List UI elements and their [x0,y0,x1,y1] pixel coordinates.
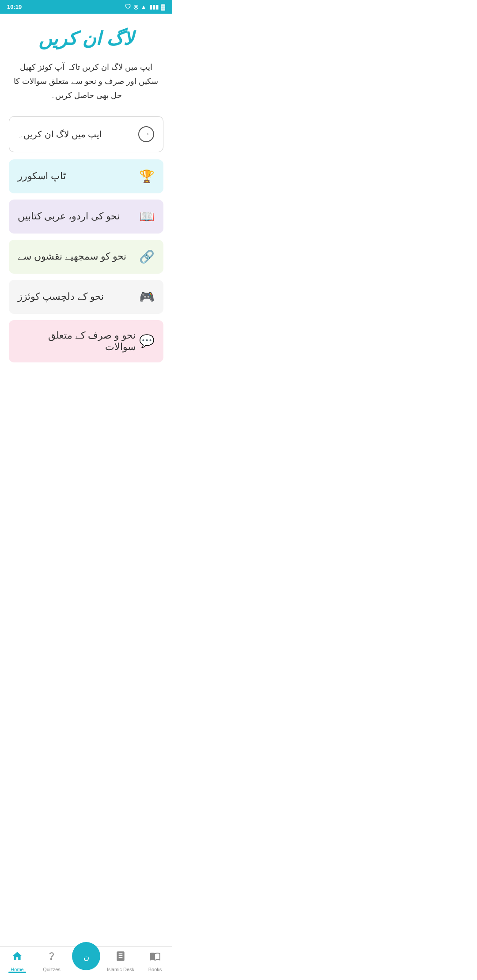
feature-cards: 🏆 ٹاپ اسکورر 📖 نحو کی اردو، عربی کتابیں … [9,159,163,362]
page-title: لاگ ان کریں [9,27,163,51]
shield-icon: 🛡 [125,4,131,10]
status-time: 10:19 [7,4,22,10]
login-button-label: ایپ میں لاگ ان کریں۔ [18,129,102,139]
main-content: لاگ ان کریں ایپ میں لاگ ان کریں تاکہ آپ … [0,14,172,413]
quizzes-card[interactable]: 🎮 نحو کے دلچسپ کوئزز [9,280,163,314]
face-id-icon: ◎ [133,4,138,10]
trophy-icon: 🏆 [139,169,155,184]
battery-icon: ▓ [161,4,165,10]
quiz-icon: 🎮 [139,290,155,304]
books-label: نحو کی اردو، عربی کتابیں [18,211,120,222]
arrow-icon: → [138,126,154,142]
login-button[interactable]: → ایپ میں لاگ ان کریں۔ [9,116,163,152]
questions-card[interactable]: 💬 نحو و صرف کے متعلق سوالات [9,320,163,362]
diagram-icon: 🔗 [139,249,155,264]
chat-icon: 💬 [139,334,155,348]
signal-icon: ▮▮▮ [149,4,159,10]
quizzes-label: نحو کے دلچسپ کوئزز [18,291,104,302]
diagrams-card[interactable]: 🔗 نحو کو سمجھیے نقشوں سے [9,240,163,274]
diagrams-label: نحو کو سمجھیے نقشوں سے [18,251,126,262]
books-card[interactable]: 📖 نحو کی اردو، عربی کتابیں [9,200,163,234]
wifi-icon: ▲ [141,4,147,10]
page-description: ایپ میں لاگ ان کریں تاکہ آپ کوئز کھیل سک… [9,60,163,103]
top-scorers-label: ٹاپ اسکورر [18,170,66,182]
top-scorers-card[interactable]: 🏆 ٹاپ اسکورر [9,159,163,193]
book-icon: 📖 [139,209,155,224]
status-icons: 🛡 ◎ ▲ ▮▮▮ ▓ [125,4,165,10]
status-bar: 10:19 🛡 ◎ ▲ ▮▮▮ ▓ [0,0,172,14]
questions-label: نحو و صرف کے متعلق سوالات [18,330,136,353]
